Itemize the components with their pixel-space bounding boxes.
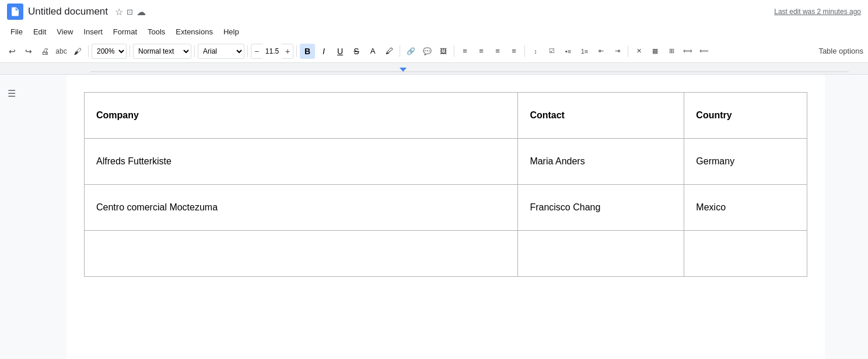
cell-country-3[interactable] [684, 231, 807, 277]
divider-5 [296, 45, 297, 57]
row-height-button[interactable]: ⟸ [696, 44, 712, 59]
comment-button[interactable]: 💬 [419, 44, 435, 59]
table-row: Centro comercial Moctezuma Francisco Cha… [85, 185, 807, 231]
table-options-button[interactable]: Table options [818, 47, 863, 55]
toolbar: ↩ ↪ 🖨 abc 🖌 200% 100% 150% Normal text H… [0, 40, 868, 63]
image-button[interactable]: 🖼 [436, 44, 451, 59]
align-left-button[interactable]: ≡ [457, 44, 473, 59]
clear-format-button[interactable]: ✕ [631, 44, 646, 59]
content-area: ☰ Company Contact Country Alfreds Futter… [0, 75, 868, 359]
line-spacing-button[interactable]: ↕ [528, 44, 543, 59]
cell-contact-2[interactable]: Francisco Chang [518, 185, 684, 231]
history-icon[interactable]: ⊡ [127, 8, 133, 16]
bullet-list-button[interactable]: •≡ [561, 44, 576, 59]
svg-marker-1 [400, 68, 407, 72]
checklist-button[interactable]: ☑ [544, 44, 559, 59]
divider-4 [247, 45, 248, 57]
app-icon [7, 3, 23, 20]
outline-icon[interactable]: ☰ [5, 86, 19, 100]
last-edit-label[interactable]: Last edit was 2 minutes ago [774, 8, 861, 16]
shading-button[interactable]: ▦ [648, 44, 663, 59]
divider-1 [88, 45, 89, 57]
doc-wrapper: Company Contact Country Alfreds Futterki… [23, 75, 868, 359]
undo-button[interactable]: ↩ [5, 44, 20, 59]
ruler-content [90, 63, 868, 74]
ruler [0, 63, 868, 75]
doc-title[interactable]: Untitled document [28, 6, 108, 17]
star-icon[interactable]: ☆ [115, 6, 123, 17]
font-size-increase-button[interactable]: + [282, 44, 293, 59]
indent-decrease-button[interactable]: ⇤ [593, 44, 608, 59]
cell-company-2[interactable]: Centro comercial Moctezuma [85, 185, 518, 231]
font-size-box: − + [251, 44, 293, 59]
menu-edit[interactable]: Edit [29, 26, 51, 37]
style-select[interactable]: Normal text Heading 1 Heading 2 [133, 44, 191, 59]
cloud-icon[interactable]: ☁ [136, 6, 146, 17]
menu-tools[interactable]: Tools [143, 26, 170, 37]
align-right-button[interactable]: ≡ [490, 44, 505, 59]
menu-help[interactable]: Help [219, 26, 244, 37]
redo-button[interactable]: ↪ [21, 44, 36, 59]
menu-format[interactable]: Format [108, 26, 142, 37]
paintformat-button[interactable]: 🖌 [70, 44, 85, 59]
left-sidebar: ☰ [0, 75, 23, 359]
numbered-list-button[interactable]: 1≡ [577, 44, 592, 59]
zoom-select[interactable]: 200% 100% 150% [92, 44, 127, 59]
cell-country-2[interactable]: Mexico [684, 185, 807, 231]
font-size-input[interactable] [262, 44, 282, 59]
divider-8 [524, 45, 525, 57]
indent-increase-button[interactable]: ⇥ [610, 44, 625, 59]
table-row: Alfreds Futterkiste Maria Anders Germany [85, 139, 807, 185]
menu-file[interactable]: File [6, 26, 27, 37]
cell-contact-1[interactable]: Maria Anders [518, 139, 684, 185]
divider-7 [454, 45, 454, 57]
header-company[interactable]: Company [85, 93, 518, 139]
underline-button[interactable]: U [332, 44, 348, 59]
title-icons: ☆ ⊡ ☁ [115, 6, 146, 17]
header-country[interactable]: Country [684, 93, 807, 139]
divider-9 [628, 45, 628, 57]
bold-button[interactable]: B [300, 44, 315, 59]
menu-bar: File Edit View Insert Format Tools Exten… [0, 23, 868, 40]
divider-2 [130, 45, 130, 57]
print-button[interactable]: 🖨 [37, 44, 52, 59]
text-color-button[interactable]: A [365, 44, 380, 59]
highlight-button[interactable]: 🖊 [382, 44, 397, 59]
font-select[interactable]: Arial Times New Roman [198, 44, 244, 59]
table-header-row: Company Contact Country [85, 93, 807, 139]
menu-view[interactable]: View [52, 26, 78, 37]
cell-country-1[interactable]: Germany [684, 139, 807, 185]
divider-6 [400, 45, 400, 57]
divider-3 [194, 45, 195, 57]
cell-company-3[interactable] [85, 231, 518, 277]
table-row [85, 231, 807, 277]
menu-extensions[interactable]: Extensions [171, 26, 218, 37]
cell-contact-3[interactable] [518, 231, 684, 277]
strikethrough-button[interactable]: S [349, 44, 364, 59]
link-button[interactable]: 🔗 [403, 44, 418, 59]
align-center-button[interactable]: ≡ [474, 44, 489, 59]
align-justify-button[interactable]: ≡ [506, 44, 522, 59]
title-bar: Untitled document ☆ ⊡ ☁ Last edit was 2 … [0, 0, 868, 23]
header-contact[interactable]: Contact [518, 93, 684, 139]
col-width-button[interactable]: ⟺ [680, 44, 695, 59]
border-button[interactable]: ⊞ [664, 44, 679, 59]
spellcheck-button[interactable]: abc [54, 44, 69, 59]
cell-company-1[interactable]: Alfreds Futterkiste [85, 139, 518, 185]
document: Company Contact Country Alfreds Futterki… [66, 75, 825, 359]
doc-table: Company Contact Country Alfreds Futterki… [84, 92, 807, 277]
italic-button[interactable]: I [316, 44, 331, 59]
font-size-decrease-button[interactable]: − [251, 44, 262, 59]
menu-insert[interactable]: Insert [79, 26, 107, 37]
